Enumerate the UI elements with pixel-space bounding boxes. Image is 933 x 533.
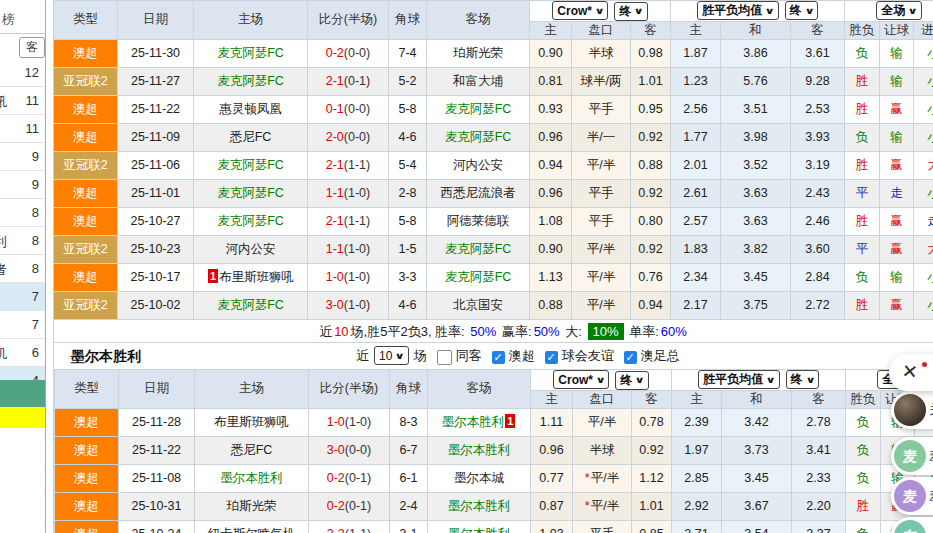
- final-odds-select[interactable]: 终∨: [614, 2, 647, 21]
- goals-result-cell: 大: [914, 235, 933, 263]
- result-header: 胜负: [846, 390, 881, 408]
- chat-avatar: 东: [894, 520, 926, 533]
- red-number-badge: 1: [208, 269, 218, 283]
- standings-row: 7: [0, 311, 45, 339]
- standings-rows: 12吼1111998利8者877气机64: [0, 59, 45, 395]
- odds-home-header: 主: [530, 21, 572, 39]
- away-team-cell[interactable]: 麦克阿瑟FC: [427, 95, 530, 123]
- away-team-cell[interactable]: 西悉尼流浪者: [427, 179, 530, 207]
- away-team-cell[interactable]: 珀斯光荣: [427, 39, 530, 67]
- avg-draw-cell: 3.67: [722, 492, 792, 520]
- avg-type-select-label: 胜平负均值: [702, 2, 762, 19]
- final-avg-select[interactable]: 终∨: [785, 1, 818, 20]
- away-team-cell[interactable]: 麦克阿瑟FC: [427, 263, 530, 291]
- avg-draw-cell: 3.52: [721, 151, 791, 179]
- result-cell: 平: [845, 179, 880, 207]
- away-tab-button[interactable]: 客: [19, 37, 45, 58]
- chat-widget-pill[interactable]: 麦麦: [891, 477, 933, 515]
- away-team-cell[interactable]: 河内公安: [427, 151, 530, 179]
- home-team-cell[interactable]: 河内公安: [194, 235, 308, 263]
- scope-select[interactable]: 全场∨: [876, 1, 921, 20]
- odds-company-select[interactable]: Crow*∨: [552, 1, 608, 20]
- avg-type-select[interactable]: 胜平负均值∨: [698, 370, 779, 389]
- summary-line: 近10场,胜5平2负3, 胜率: 50% 赢率:50% 大: 10% 单率:60…: [53, 320, 933, 343]
- goals-result-cell: 走: [914, 207, 933, 235]
- away-team-cell[interactable]: 北京国安: [427, 291, 530, 319]
- match-score: 0-2(0-0): [308, 39, 389, 67]
- result-cell: 胜: [845, 95, 880, 123]
- match-date: 25-10-24: [119, 520, 195, 533]
- home-team-cell[interactable]: 麦克阿瑟FC: [194, 207, 308, 235]
- avg-home-cell: 2.17: [671, 291, 721, 319]
- match-score: 1-0(1-0): [309, 408, 390, 436]
- final-avg-select[interactable]: 终∨: [786, 370, 819, 389]
- away-team-cell[interactable]: 墨尔本胜利: [428, 520, 531, 533]
- league-checkbox-aleague[interactable]: [492, 351, 505, 364]
- match-score: 1-0(1-0): [308, 263, 389, 291]
- avg-draw-cell: 3.42: [722, 408, 792, 436]
- league-checkbox-cup[interactable]: [624, 351, 637, 364]
- away-team-cell[interactable]: 和富大埔: [427, 67, 530, 95]
- away-team-cell[interactable]: 墨尔本城: [428, 464, 531, 492]
- away-team-cell[interactable]: 阿德莱德联: [427, 207, 530, 235]
- handicap-result-cell: 输: [880, 67, 914, 95]
- away-team-cell[interactable]: 墨尔本胜利: [428, 436, 531, 464]
- handicap-result-cell: 输: [880, 39, 914, 67]
- home-odds: 0.90: [530, 39, 572, 67]
- close-widgets-button[interactable]: ✕: [889, 354, 933, 391]
- result-cell: 负: [845, 123, 880, 151]
- result-cell: 负: [846, 408, 881, 436]
- corner-score: 7-4: [389, 39, 427, 67]
- final-avg-select-label: 终: [791, 371, 803, 388]
- match-date: 25-10-02: [118, 291, 194, 319]
- avg-away-cell: 9.28: [791, 67, 845, 95]
- away-team-cell[interactable]: 墨尔本胜利: [428, 492, 531, 520]
- result-cell: 胜: [845, 207, 880, 235]
- home-team-cell[interactable]: 麦克阿瑟FC: [194, 291, 308, 319]
- avg-home-cell: 2.01: [671, 151, 721, 179]
- away-team-name: 墨尔本胜利: [448, 527, 511, 533]
- recent-count-select[interactable]: 10 ∨: [374, 346, 409, 365]
- away-team-name: 北京国安: [453, 298, 503, 312]
- away-team-cell[interactable]: 麦克阿瑟FC: [427, 123, 530, 151]
- points-value: 6: [32, 345, 39, 360]
- goals-result-cell: 小: [914, 39, 933, 67]
- league-checkbox-friendly[interactable]: [545, 351, 558, 364]
- away-team-cell[interactable]: 麦克阿瑟FC: [427, 235, 530, 263]
- avg-draw-cell: 3.63: [721, 207, 791, 235]
- home-team-cell[interactable]: 1布里斯班狮吼: [194, 263, 308, 291]
- home-team-cell[interactable]: 纽卡斯尔喷气机: [195, 520, 309, 533]
- standings-row: 12: [0, 59, 45, 87]
- away-team-name: 麦克阿瑟FC: [445, 242, 512, 256]
- avg-draw-cell: 3.86: [721, 39, 791, 67]
- home-team-cell[interactable]: 惠灵顿凤凰: [194, 95, 308, 123]
- avg-type-select[interactable]: 胜平负均值∨: [697, 1, 778, 20]
- avg-away-cell: 3.93: [791, 123, 845, 151]
- handicap-cell: 平/半: [572, 263, 631, 291]
- summary-win-rate: 50%: [470, 324, 496, 339]
- standings-row: 气机6: [0, 339, 45, 367]
- home-team-cell[interactable]: 麦克阿瑟FC: [194, 151, 308, 179]
- away-odds: 0.92: [632, 436, 672, 464]
- home-team-cell[interactable]: 悉尼FC: [194, 123, 308, 151]
- goals-result-cell: 小: [914, 263, 933, 291]
- odds-company-select[interactable]: Crow*∨: [553, 370, 609, 389]
- match-score: 1-1(1-0): [308, 235, 389, 263]
- avg-select-group: 胜平负均值∨终∨: [671, 1, 845, 22]
- final-odds-select[interactable]: 终∨: [615, 371, 648, 390]
- chevron-down-icon: ∨: [634, 6, 644, 16]
- home-team-cell[interactable]: 悉尼FC: [195, 436, 309, 464]
- handicap-result-cell: 赢: [880, 291, 914, 319]
- handicap-result-cell: 赢: [880, 151, 914, 179]
- home-team-cell[interactable]: 麦克阿瑟FC: [194, 39, 308, 67]
- chat-widget-pill[interactable]: 麦麦: [891, 437, 933, 475]
- home-team-cell[interactable]: 麦克阿瑟FC: [194, 67, 308, 95]
- goals-result-header: 进球: [914, 21, 933, 39]
- home-team-cell[interactable]: 布里斯班狮吼: [195, 408, 309, 436]
- home-team-cell[interactable]: 珀斯光荣: [195, 492, 309, 520]
- away-team-cell[interactable]: 墨尔本胜利1: [428, 408, 531, 436]
- home-team-cell[interactable]: 墨尔本胜利: [195, 464, 309, 492]
- home-team-cell[interactable]: 麦克阿瑟FC: [194, 179, 308, 207]
- same-away-checkbox[interactable]: [437, 350, 452, 365]
- chat-widget-pill[interactable]: 关: [891, 391, 933, 429]
